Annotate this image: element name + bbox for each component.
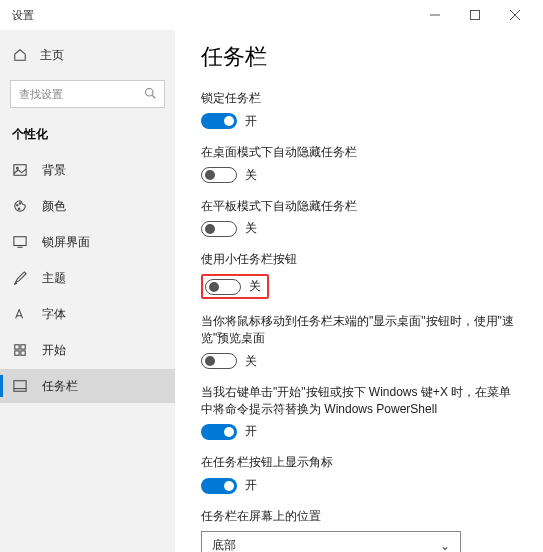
- toggle-switch[interactable]: [201, 113, 237, 129]
- toggle-switch[interactable]: [205, 279, 241, 295]
- toggle-state-text: 开: [245, 113, 257, 130]
- monitor-icon: [12, 234, 28, 250]
- svg-rect-16: [15, 351, 19, 355]
- svg-rect-15: [21, 345, 25, 349]
- setting-label: 在桌面模式下自动隐藏任务栏: [201, 144, 517, 161]
- setting-label: 在平板模式下自动隐藏任务栏: [201, 198, 517, 215]
- toggle-state-text: 关: [245, 220, 257, 237]
- svg-rect-18: [14, 381, 26, 392]
- svg-point-7: [17, 167, 19, 169]
- sidebar-item-colors[interactable]: 颜色: [0, 189, 175, 223]
- sidebar: 主页 查找设置 个性化 背景 颜色 锁屏界面 主题 字体: [0, 30, 175, 552]
- chevron-down-icon: ⌄: [440, 539, 450, 552]
- sidebar-category: 个性化: [0, 120, 175, 151]
- toggle-state-text: 关: [245, 353, 257, 370]
- setting-label: 在任务栏按钮上显示角标: [201, 454, 517, 471]
- page-title: 任务栏: [201, 42, 517, 72]
- taskbar-icon: [12, 378, 28, 394]
- svg-line-5: [152, 95, 155, 98]
- svg-rect-1: [471, 11, 480, 20]
- svg-point-4: [146, 89, 154, 97]
- search-placeholder: 查找设置: [19, 87, 63, 102]
- setting-label: 锁定任务栏: [201, 90, 517, 107]
- toggle-state-text: 开: [245, 477, 257, 494]
- svg-point-8: [17, 204, 18, 205]
- minimize-button[interactable]: [415, 0, 455, 30]
- sidebar-item-lockscreen[interactable]: 锁屏界面: [0, 225, 175, 259]
- close-button[interactable]: [495, 0, 535, 30]
- svg-point-9: [19, 203, 20, 204]
- sidebar-item-label: 主题: [42, 270, 66, 287]
- toggle-state-text: 开: [245, 423, 257, 440]
- toggle-state-text: 关: [249, 278, 261, 295]
- sidebar-item-label: 锁屏界面: [42, 234, 90, 251]
- taskbar-position-dropdown[interactable]: 底部 ⌄: [201, 531, 461, 552]
- highlighted-toggle: 关: [201, 274, 269, 299]
- image-icon: [12, 162, 28, 178]
- svg-point-10: [18, 208, 19, 209]
- svg-rect-14: [15, 345, 19, 349]
- toggle-switch[interactable]: [201, 353, 237, 369]
- sidebar-item-fonts[interactable]: 字体: [0, 297, 175, 331]
- search-icon: [144, 87, 156, 101]
- sidebar-item-label: 开始: [42, 342, 66, 359]
- setting-label: 当你将鼠标移动到任务栏末端的"显示桌面"按钮时，使用"速览"预览桌面: [201, 313, 517, 347]
- window-title: 设置: [12, 8, 34, 23]
- sidebar-item-label: 任务栏: [42, 378, 78, 395]
- toggle-switch[interactable]: [201, 167, 237, 183]
- svg-rect-17: [21, 351, 25, 355]
- toggle-state-text: 关: [245, 167, 257, 184]
- font-icon: [12, 306, 28, 322]
- sidebar-home[interactable]: 主页: [0, 38, 175, 72]
- svg-rect-11: [14, 237, 26, 246]
- taskbar-position-label: 任务栏在屏幕上的位置: [201, 508, 517, 525]
- brush-icon: [12, 270, 28, 286]
- sidebar-item-themes[interactable]: 主题: [0, 261, 175, 295]
- start-icon: [12, 342, 28, 358]
- sidebar-item-background[interactable]: 背景: [0, 153, 175, 187]
- home-icon: [12, 47, 28, 63]
- dropdown-value: 底部: [212, 537, 236, 552]
- palette-icon: [12, 198, 28, 214]
- sidebar-item-label: 字体: [42, 306, 66, 323]
- toggle-switch[interactable]: [201, 424, 237, 440]
- sidebar-item-start[interactable]: 开始: [0, 333, 175, 367]
- maximize-button[interactable]: [455, 0, 495, 30]
- search-input[interactable]: 查找设置: [10, 80, 165, 108]
- setting-label: 当我右键单击"开始"按钮或按下 Windows 键+X 时，在菜单中将命令提示符…: [201, 384, 517, 418]
- sidebar-item-label: 背景: [42, 162, 66, 179]
- toggle-switch[interactable]: [201, 221, 237, 237]
- sidebar-item-taskbar[interactable]: 任务栏: [0, 369, 175, 403]
- sidebar-item-label: 颜色: [42, 198, 66, 215]
- setting-label: 使用小任务栏按钮: [201, 251, 517, 268]
- content-area: 任务栏 锁定任务栏开在桌面模式下自动隐藏任务栏关在平板模式下自动隐藏任务栏关使用…: [175, 30, 543, 552]
- sidebar-home-label: 主页: [40, 47, 64, 64]
- toggle-switch[interactable]: [201, 478, 237, 494]
